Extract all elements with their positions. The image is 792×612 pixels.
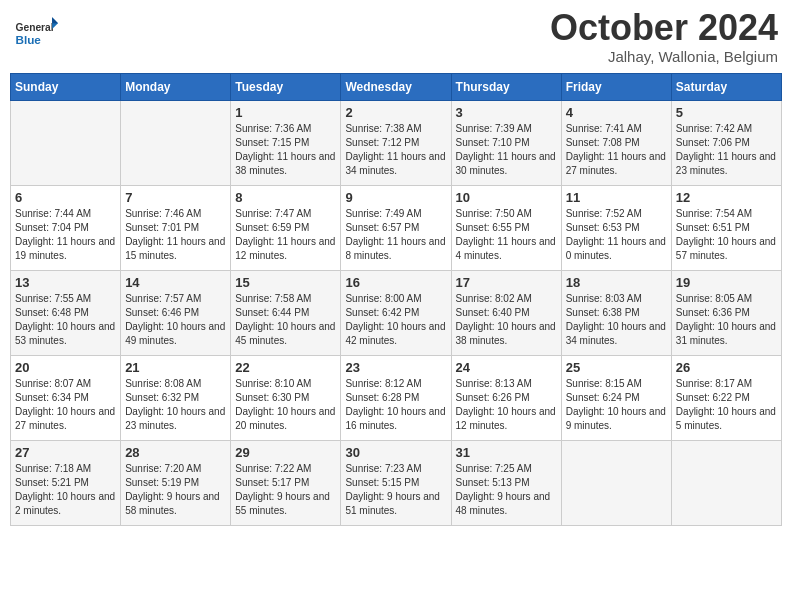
calendar-cell: 30Sunrise: 7:23 AM Sunset: 5:15 PM Dayli… (341, 441, 451, 526)
page-header: General Blue October 2024 Jalhay, Wallon… (10, 10, 782, 65)
calendar-cell: 29Sunrise: 7:22 AM Sunset: 5:17 PM Dayli… (231, 441, 341, 526)
day-info: Sunrise: 7:50 AM Sunset: 6:55 PM Dayligh… (456, 207, 557, 263)
day-number: 26 (676, 360, 777, 375)
day-number: 15 (235, 275, 336, 290)
day-number: 14 (125, 275, 226, 290)
day-number: 17 (456, 275, 557, 290)
day-number: 9 (345, 190, 446, 205)
svg-marker-3 (52, 17, 58, 23)
calendar-cell: 31Sunrise: 7:25 AM Sunset: 5:13 PM Dayli… (451, 441, 561, 526)
calendar-cell (11, 101, 121, 186)
day-info: Sunrise: 7:46 AM Sunset: 7:01 PM Dayligh… (125, 207, 226, 263)
day-info: Sunrise: 7:41 AM Sunset: 7:08 PM Dayligh… (566, 122, 667, 178)
logo-icon: General Blue (14, 10, 58, 54)
day-number: 3 (456, 105, 557, 120)
calendar-cell: 5Sunrise: 7:42 AM Sunset: 7:06 PM Daylig… (671, 101, 781, 186)
dow-header-tuesday: Tuesday (231, 74, 341, 101)
day-number: 24 (456, 360, 557, 375)
day-info: Sunrise: 8:07 AM Sunset: 6:34 PM Dayligh… (15, 377, 116, 433)
month-title: October 2024 (550, 10, 778, 46)
day-number: 4 (566, 105, 667, 120)
calendar-cell: 28Sunrise: 7:20 AM Sunset: 5:19 PM Dayli… (121, 441, 231, 526)
week-row-1: 1Sunrise: 7:36 AM Sunset: 7:15 PM Daylig… (11, 101, 782, 186)
svg-text:Blue: Blue (15, 33, 41, 46)
calendar-cell: 22Sunrise: 8:10 AM Sunset: 6:30 PM Dayli… (231, 356, 341, 441)
day-info: Sunrise: 7:49 AM Sunset: 6:57 PM Dayligh… (345, 207, 446, 263)
day-info: Sunrise: 7:39 AM Sunset: 7:10 PM Dayligh… (456, 122, 557, 178)
week-row-4: 20Sunrise: 8:07 AM Sunset: 6:34 PM Dayli… (11, 356, 782, 441)
day-info: Sunrise: 7:25 AM Sunset: 5:13 PM Dayligh… (456, 462, 557, 518)
svg-text:General: General (15, 22, 53, 33)
calendar-cell: 14Sunrise: 7:57 AM Sunset: 6:46 PM Dayli… (121, 271, 231, 356)
day-number: 10 (456, 190, 557, 205)
dow-header-thursday: Thursday (451, 74, 561, 101)
calendar-cell: 2Sunrise: 7:38 AM Sunset: 7:12 PM Daylig… (341, 101, 451, 186)
calendar-cell: 19Sunrise: 8:05 AM Sunset: 6:36 PM Dayli… (671, 271, 781, 356)
day-number: 18 (566, 275, 667, 290)
title-area: October 2024 Jalhay, Wallonia, Belgium (550, 10, 778, 65)
day-number: 5 (676, 105, 777, 120)
day-info: Sunrise: 7:38 AM Sunset: 7:12 PM Dayligh… (345, 122, 446, 178)
week-row-2: 6Sunrise: 7:44 AM Sunset: 7:04 PM Daylig… (11, 186, 782, 271)
calendar-cell: 8Sunrise: 7:47 AM Sunset: 6:59 PM Daylig… (231, 186, 341, 271)
day-info: Sunrise: 7:55 AM Sunset: 6:48 PM Dayligh… (15, 292, 116, 348)
location: Jalhay, Wallonia, Belgium (550, 48, 778, 65)
day-number: 22 (235, 360, 336, 375)
calendar-cell: 18Sunrise: 8:03 AM Sunset: 6:38 PM Dayli… (561, 271, 671, 356)
week-row-5: 27Sunrise: 7:18 AM Sunset: 5:21 PM Dayli… (11, 441, 782, 526)
day-number: 2 (345, 105, 446, 120)
calendar-cell: 7Sunrise: 7:46 AM Sunset: 7:01 PM Daylig… (121, 186, 231, 271)
dow-header-friday: Friday (561, 74, 671, 101)
calendar-cell: 1Sunrise: 7:36 AM Sunset: 7:15 PM Daylig… (231, 101, 341, 186)
day-info: Sunrise: 7:36 AM Sunset: 7:15 PM Dayligh… (235, 122, 336, 178)
day-info: Sunrise: 7:18 AM Sunset: 5:21 PM Dayligh… (15, 462, 116, 518)
day-number: 8 (235, 190, 336, 205)
day-info: Sunrise: 7:58 AM Sunset: 6:44 PM Dayligh… (235, 292, 336, 348)
calendar-cell: 23Sunrise: 8:12 AM Sunset: 6:28 PM Dayli… (341, 356, 451, 441)
calendar-cell (671, 441, 781, 526)
dow-header-sunday: Sunday (11, 74, 121, 101)
day-number: 20 (15, 360, 116, 375)
calendar-cell: 13Sunrise: 7:55 AM Sunset: 6:48 PM Dayli… (11, 271, 121, 356)
logo: General Blue (14, 10, 58, 54)
day-number: 13 (15, 275, 116, 290)
day-info: Sunrise: 7:52 AM Sunset: 6:53 PM Dayligh… (566, 207, 667, 263)
day-number: 6 (15, 190, 116, 205)
calendar-cell: 3Sunrise: 7:39 AM Sunset: 7:10 PM Daylig… (451, 101, 561, 186)
day-number: 19 (676, 275, 777, 290)
day-info: Sunrise: 8:00 AM Sunset: 6:42 PM Dayligh… (345, 292, 446, 348)
day-number: 25 (566, 360, 667, 375)
day-info: Sunrise: 7:42 AM Sunset: 7:06 PM Dayligh… (676, 122, 777, 178)
day-info: Sunrise: 7:54 AM Sunset: 6:51 PM Dayligh… (676, 207, 777, 263)
day-number: 23 (345, 360, 446, 375)
day-number: 29 (235, 445, 336, 460)
calendar-table: SundayMondayTuesdayWednesdayThursdayFrid… (10, 73, 782, 526)
day-number: 7 (125, 190, 226, 205)
calendar-cell (561, 441, 671, 526)
day-info: Sunrise: 8:12 AM Sunset: 6:28 PM Dayligh… (345, 377, 446, 433)
calendar-cell: 4Sunrise: 7:41 AM Sunset: 7:08 PM Daylig… (561, 101, 671, 186)
day-info: Sunrise: 8:08 AM Sunset: 6:32 PM Dayligh… (125, 377, 226, 433)
calendar-cell: 12Sunrise: 7:54 AM Sunset: 6:51 PM Dayli… (671, 186, 781, 271)
calendar-cell: 24Sunrise: 8:13 AM Sunset: 6:26 PM Dayli… (451, 356, 561, 441)
calendar-cell: 15Sunrise: 7:58 AM Sunset: 6:44 PM Dayli… (231, 271, 341, 356)
day-info: Sunrise: 8:15 AM Sunset: 6:24 PM Dayligh… (566, 377, 667, 433)
day-number: 31 (456, 445, 557, 460)
calendar-cell: 21Sunrise: 8:08 AM Sunset: 6:32 PM Dayli… (121, 356, 231, 441)
calendar-cell (121, 101, 231, 186)
day-number: 30 (345, 445, 446, 460)
day-info: Sunrise: 7:57 AM Sunset: 6:46 PM Dayligh… (125, 292, 226, 348)
day-number: 21 (125, 360, 226, 375)
day-info: Sunrise: 7:20 AM Sunset: 5:19 PM Dayligh… (125, 462, 226, 518)
day-info: Sunrise: 8:13 AM Sunset: 6:26 PM Dayligh… (456, 377, 557, 433)
calendar-cell: 6Sunrise: 7:44 AM Sunset: 7:04 PM Daylig… (11, 186, 121, 271)
day-info: Sunrise: 8:02 AM Sunset: 6:40 PM Dayligh… (456, 292, 557, 348)
calendar-cell: 20Sunrise: 8:07 AM Sunset: 6:34 PM Dayli… (11, 356, 121, 441)
day-info: Sunrise: 7:23 AM Sunset: 5:15 PM Dayligh… (345, 462, 446, 518)
day-number: 27 (15, 445, 116, 460)
day-info: Sunrise: 8:17 AM Sunset: 6:22 PM Dayligh… (676, 377, 777, 433)
calendar-cell: 11Sunrise: 7:52 AM Sunset: 6:53 PM Dayli… (561, 186, 671, 271)
calendar-cell: 17Sunrise: 8:02 AM Sunset: 6:40 PM Dayli… (451, 271, 561, 356)
day-info: Sunrise: 8:05 AM Sunset: 6:36 PM Dayligh… (676, 292, 777, 348)
day-info: Sunrise: 8:03 AM Sunset: 6:38 PM Dayligh… (566, 292, 667, 348)
